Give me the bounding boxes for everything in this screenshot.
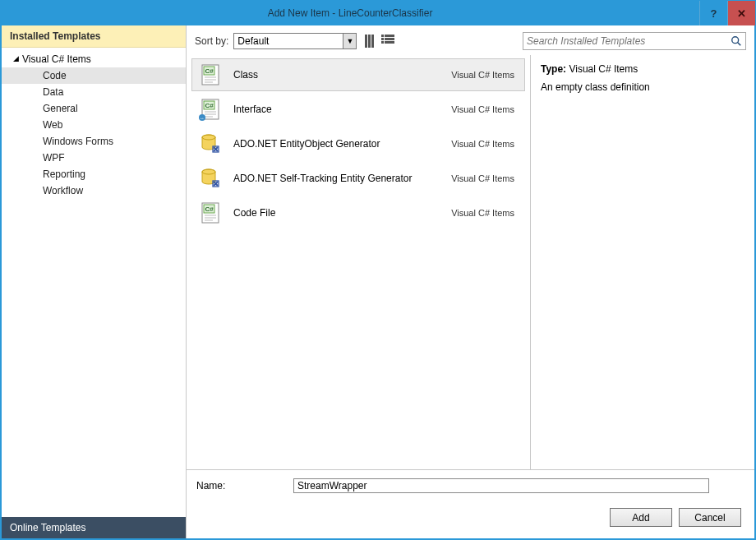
description-text: An empty class definition [541, 81, 744, 93]
db-gen-icon [199, 132, 222, 155]
details-pane: Type: Visual C# Items An empty class def… [531, 55, 754, 469]
template-item-ado-net-self-tracking-entity-generator[interactable]: ADO.NET Self-Tracking Entity GeneratorVi… [191, 162, 525, 195]
search-box[interactable] [523, 32, 746, 50]
tree-child-general[interactable]: General [2, 100, 186, 117]
titlebar: Add New Item - LineCounterClassifier ? ✕ [1, 1, 755, 25]
template-item-category: Visual C# Items [451, 208, 518, 218]
online-templates-header[interactable]: Online Templates [2, 517, 186, 538]
template-item-class[interactable]: C#ClassVisual C# Items [191, 58, 525, 91]
template-list: C#ClassVisual C# ItemsC#↔InterfaceVisual… [187, 55, 531, 469]
tree-child-windows-forms[interactable]: Windows Forms [2, 133, 186, 150]
svg-point-0 [732, 37, 739, 44]
cs-class-icon: C# [199, 63, 222, 86]
chevron-down-icon: ▼ [343, 34, 356, 48]
tree-child-workflow[interactable]: Workflow [2, 182, 186, 199]
svg-text:↔: ↔ [200, 116, 205, 121]
template-item-name: ADO.NET Self-Tracking Entity Generator [233, 173, 451, 184]
template-item-name: Class [233, 69, 451, 81]
template-item-code-file[interactable]: C#Code FileVisual C# Items [191, 196, 525, 229]
tree-child-reporting[interactable]: Reporting [2, 166, 186, 182]
tree-child-code[interactable]: Code [2, 67, 186, 84]
svg-text:C#: C# [205, 67, 214, 75]
svg-line-1 [738, 43, 741, 46]
template-item-category: Visual C# Items [451, 104, 518, 114]
sortby-dropdown[interactable]: Default ▼ [233, 33, 357, 49]
search-input[interactable] [527, 35, 731, 47]
template-sidebar: Installed Templates ◢ Visual C# Items Co… [2, 25, 187, 538]
tree-child-data[interactable]: Data [2, 84, 186, 100]
svg-text:C#: C# [205, 102, 214, 109]
close-button[interactable]: ✕ [727, 1, 755, 25]
toolbar: Sort by: Default ▼ [187, 25, 754, 55]
name-input[interactable] [293, 478, 709, 493]
db-gen-icon [199, 167, 222, 190]
sortby-label: Sort by: [195, 35, 228, 47]
window-title: Add New Item - LineCounterClassifier [1, 7, 699, 19]
add-button[interactable]: Add [610, 508, 672, 527]
template-item-category: Visual C# Items [451, 173, 518, 183]
template-item-name: Code File [233, 207, 451, 219]
cancel-button[interactable]: Cancel [679, 508, 741, 527]
template-tree: ◢ Visual C# Items CodeDataGeneralWebWind… [2, 48, 186, 517]
template-item-category: Visual C# Items [451, 139, 518, 149]
template-item-interface[interactable]: C#↔InterfaceVisual C# Items [191, 93, 525, 126]
cs-file-icon: C# [199, 201, 222, 224]
tree-child-wpf[interactable]: WPF [2, 150, 186, 166]
template-item-name: ADO.NET EntityObject Generator [233, 138, 451, 150]
template-item-category: Visual C# Items [451, 70, 518, 80]
template-item-ado-net-entityobject-generator[interactable]: ADO.NET EntityObject GeneratorVisual C# … [191, 127, 525, 160]
tree-child-web[interactable]: Web [2, 117, 186, 133]
cs-interface-icon: C#↔ [199, 98, 222, 121]
name-label: Name: [196, 480, 293, 492]
svg-text:C#: C# [205, 205, 214, 213]
help-button[interactable]: ? [699, 1, 727, 25]
tree-parent-csharp[interactable]: ◢ Visual C# Items [2, 51, 186, 67]
expand-icon: ◢ [13, 54, 19, 62]
dialog-bottom: Name: Add Cancel [187, 469, 754, 538]
template-item-name: Interface [233, 104, 451, 115]
type-value: Visual C# Items [569, 63, 638, 75]
search-icon[interactable] [731, 35, 742, 47]
dialog-window: Add New Item - LineCounterClassifier ? ✕… [1, 1, 755, 539]
installed-templates-header[interactable]: Installed Templates [2, 25, 186, 48]
sortby-value: Default [237, 35, 269, 47]
type-label: Type: [541, 63, 566, 75]
tree-parent-label: Visual C# Items [22, 53, 91, 65]
view-small-icons-button[interactable] [365, 35, 378, 48]
view-details-button[interactable] [381, 35, 394, 48]
